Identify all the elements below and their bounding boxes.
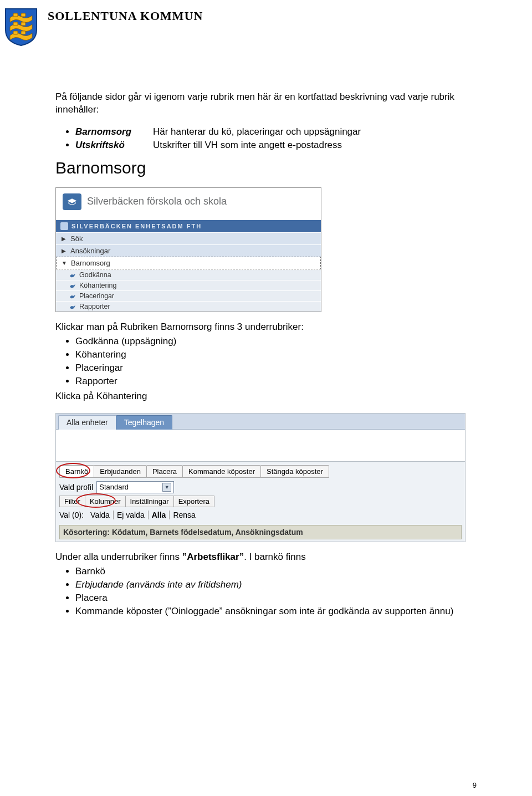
work-tabstrip: Barnkö Erbjudanden Placera Kommande köpo… [59,465,462,478]
school-banner: Silverbäcken förskola och skola [56,188,321,220]
tab-alla-enheter[interactable]: Alla enheter [58,415,116,430]
selection-row: Val (0): Valda Ej valda Alla Rensa [59,511,462,519]
list-item: Placeringar [75,363,477,374]
profile-label: Vald profil [59,483,93,492]
subtab-placera[interactable]: Placera [146,465,183,478]
subrubrik-list: Godkänna (uppsägning) Köhantering Placer… [55,336,477,387]
sort-bar: Kösortering: Ködatum, Barnets födelsedat… [59,525,462,539]
chevron-right-icon: ▶ [60,248,67,254]
subtab-erbjudanden[interactable]: Erbjudanden [94,465,147,478]
nav-item-ansokningar[interactable]: ▶ Ansökningar [56,244,321,257]
nav-item-label: Barnomsorg [71,259,110,267]
definition-desc: Utskrifter till VH som inte angett e-pos… [153,140,342,151]
selection-label: Val (0): [59,511,84,519]
user-bar: SILVERBÄCKEN ENHETSADM FTH [56,220,321,232]
bird-icon [69,283,76,288]
user-label: SILVERBÄCKEN ENHETSADM FTH [71,223,202,229]
selection-opt-rensa[interactable]: Rensa [170,511,198,519]
user-icon [60,222,68,230]
chevron-down-icon: ▼ [61,260,68,266]
bird-icon [69,293,76,299]
profile-select[interactable]: Standard ▼ [96,481,174,493]
selection-opt-alla[interactable]: Alla [149,511,170,519]
nav-subitem-label: Godkänna [79,271,111,279]
svg-rect-5 [21,31,25,34]
unit-tabs-panel: Alla enheter Tegelhagen [55,413,466,462]
toolbar: Filter Kolumner Inställningar Exportera [59,496,462,507]
svg-rect-1 [21,13,25,17]
end-paragraph: Under alla underrubriker finns ”Arbetsfl… [55,551,477,564]
school-name: Silverbäcken förskola och skola [87,196,227,207]
arbetsflikar-list: Barnkö Erbjudande (används inte av friti… [55,566,477,617]
nav-item-sok[interactable]: ▶ Sök [56,232,321,244]
list-item: Barnkö [75,566,477,577]
profile-row: Vald profil Standard ▼ [59,481,462,493]
svg-rect-0 [13,13,18,17]
chevron-right-icon: ▶ [60,236,67,242]
toolbar-exportera[interactable]: Exportera [173,496,214,507]
definition-term: Barnomsorg [75,126,153,137]
subtab-stangda[interactable]: Stängda köposter [260,465,329,478]
toolbar-kolumner[interactable]: Kolumner [85,496,126,507]
end-para-c: . I barnkö finns [244,552,306,562]
definition-list: Barnomsorg Här hanterar du kö, placering… [55,126,477,151]
selection-opt-ejvalda[interactable]: Ej valda [114,511,149,519]
mid-paragraph: Klickar man på Rubriken Barnomsorg finns… [55,321,477,334]
toolbar-installningar[interactable]: Inställningar [125,496,174,507]
subtab-barnko[interactable]: Barnkö [59,465,94,478]
selection-opt-valda[interactable]: Valda [87,511,114,519]
graduation-cap-icon [63,193,81,210]
definition-term: Utskriftskö [75,140,153,151]
nav-item-label: Sök [70,234,83,243]
document-page: SOLLENTUNA KOMMUN På följande sidor går … [0,0,532,796]
nav-subitem-rapporter[interactable]: Rapporter [56,301,321,312]
nav-item-barnomsorg[interactable]: ▼ Barnomsorg [56,257,321,269]
section-heading: Barnomsorg [55,159,477,177]
page-header: SOLLENTUNA KOMMUN [0,0,532,47]
nav-subitem-kohantering[interactable]: Köhantering [56,280,321,290]
svg-rect-2 [13,22,18,25]
list-item: Köhantering [75,349,477,360]
bird-icon [69,304,76,309]
nav-subitem-label: Köhantering [79,282,116,289]
profile-value: Standard [99,483,129,491]
subtab-kommande[interactable]: Kommande köposter [182,465,261,478]
municipality-name: SOLLENTUNA KOMMUN [48,8,203,23]
toolbar-filter[interactable]: Filter [59,496,85,507]
nav-item-label: Ansökningar [70,247,110,255]
svg-rect-4 [13,31,18,34]
nav-screenshot: Silverbäcken förskola och skola SILVERBÄ… [55,187,321,312]
kohantering-screenshot: Alla enheter Tegelhagen Barnkö Erbjudand… [55,413,466,542]
nav-subitem-godkanna[interactable]: Godkänna [56,269,321,280]
unit-tabstrip: Alla enheter Tegelhagen [56,414,465,429]
list-item-text: Erbjudande (används inte av fritidshem) [75,579,242,590]
end-para-b: ”Arbetsflikar” [182,552,244,562]
nav-subitem-placeringar[interactable]: Placeringar [56,290,321,301]
svg-rect-3 [21,22,25,25]
definition-item: Utskriftskö Utskrifter till VH som inte … [75,140,477,151]
document-content: På följande sidor går vi igenom varje ru… [0,91,532,617]
unit-tab-body [56,429,465,461]
definition-desc: Här hanterar du kö, placeringar och upps… [153,126,361,137]
list-item: Kommande köposter (”Oinloggade” ansöknin… [75,606,477,617]
end-para-a: Under alla underrubriker finns [55,552,182,562]
municipality-crest-icon [4,8,38,47]
tab-tegelhagen[interactable]: Tegelhagen [116,415,172,430]
nav-panel: SILVERBÄCKEN ENHETSADM FTH ▶ Sök ▶ Ansök… [56,220,321,312]
bird-icon [69,272,76,278]
list-item: Rapporter [75,376,477,387]
work-tabs-panel: Barnkö Erbjudanden Placera Kommande köpo… [55,462,466,542]
dropdown-icon: ▼ [162,483,171,492]
nav-subitem-label: Placeringar [79,292,114,300]
list-item: Godkänna (uppsägning) [75,336,477,347]
intro-paragraph: På följande sidor går vi igenom varje ru… [55,91,477,116]
list-item: Placera [75,593,477,604]
list-item: Erbjudande (används inte av fritidshem) [75,579,477,590]
page-number: 9 [473,781,477,789]
nav-subitem-label: Rapporter [79,303,110,310]
mid-footer: Klicka på Köhantering [55,390,477,403]
definition-item: Barnomsorg Här hanterar du kö, placering… [75,126,477,137]
